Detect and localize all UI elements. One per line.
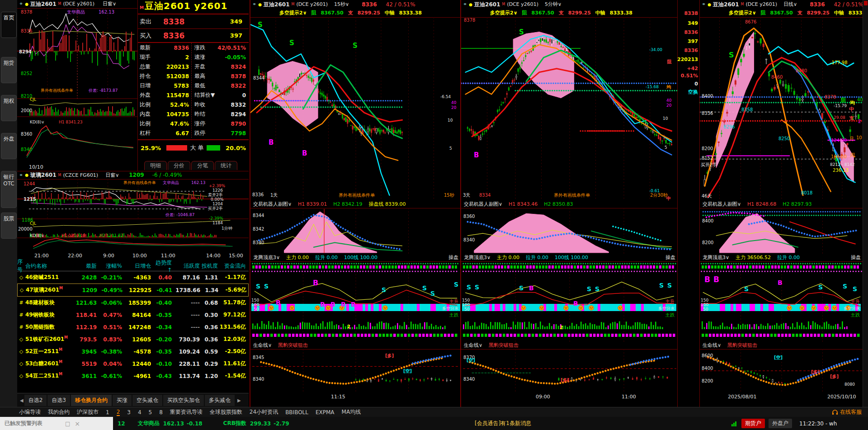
quote-row: 最高8378: [192, 71, 249, 81]
axis-time: 11:15: [331, 394, 345, 400]
restore-icon[interactable]: □: [65, 421, 70, 427]
col-header-1[interactable]: 合约名称: [25, 262, 73, 270]
sidebar-item-0[interactable]: 首页: [1, 12, 17, 38]
quote-tab-1[interactable]: 分价: [168, 161, 190, 170]
col-header-4[interactable]: 日增仓: [122, 262, 151, 270]
quote-tab-2[interactable]: 分笔: [191, 161, 214, 170]
period-dropdown[interactable]: 日线∨: [783, 0, 797, 9]
table-row[interactable]: #50黑链指数112.190.51%147248-0.34----0.36131…: [17, 321, 249, 333]
quote-tab-0[interactable]: 明细: [144, 161, 167, 170]
watchlist-tab-2[interactable]: 移仓换月合约: [71, 395, 112, 406]
watchlist-tab-6[interactable]: 多头减仓: [205, 395, 235, 406]
capital-flow: 11.61亿: [218, 360, 246, 368]
quote-label: 最高: [194, 72, 205, 80]
signal-part[interactable]: 多空提示2∨: [729, 9, 756, 17]
nav-item-8[interactable]: 8: [159, 409, 163, 416]
period-dropdown[interactable]: 5分钟∨: [545, 0, 561, 9]
col-header-0[interactable]: 序号: [17, 258, 25, 274]
quote-label: 最新: [140, 44, 151, 52]
col-header-7[interactable]: 投机度: [200, 262, 218, 270]
sell-row[interactable]: 卖出8338349: [138, 14, 249, 29]
chart-label: 8336: [21, 29, 32, 33]
period-dropdown[interactable]: 日窗∨: [103, 0, 116, 8]
tab-scroll-right-icon[interactable]: ▶: [237, 398, 241, 403]
signal-part[interactable]: 多空提示2∨: [279, 9, 307, 17]
nav-item-14[interactable]: MA均线: [342, 408, 361, 416]
capital-flow: 12.03亿: [218, 335, 246, 343]
sell-volume: 349: [230, 18, 242, 25]
chart-label: B: [341, 301, 346, 307]
table-row[interactable]: ◇53白糖2601M55190.04%12440-0.10228.110.291…: [17, 358, 249, 370]
life-header-part[interactable]: 生命线∨: [464, 342, 482, 349]
overseas-account-button[interactable]: 外盘户: [769, 419, 792, 428]
period-dropdown[interactable]: 日窗∨: [105, 171, 119, 179]
axis-time: 15:00: [229, 253, 243, 259]
sidebar-item-1[interactable]: 期货: [1, 57, 17, 83]
dragon-header-part[interactable]: 龙腾顶底3∨: [703, 254, 729, 261]
table-row[interactable]: #48建材板块121.63-0.06%185399-0.40----0.6851…: [17, 297, 249, 309]
robot-header-part[interactable]: 交易机器人副图∨: [253, 201, 292, 208]
watchlist-tab-3[interactable]: 买涨: [113, 395, 132, 406]
sidebar-item-2[interactable]: 期权: [1, 95, 17, 121]
dragon-header-part[interactable]: 龙腾顶底3∨: [253, 254, 280, 261]
nav-item-5[interactable]: 3: [127, 409, 131, 416]
sidebar-item-3[interactable]: 外盘: [1, 133, 17, 159]
chart-label: 236.13: [833, 168, 849, 173]
col-header-6[interactable]: 活跃度: [172, 262, 200, 270]
nav-item-3[interactable]: 1: [106, 409, 109, 416]
period-dropdown[interactable]: 15秒∨: [334, 0, 349, 9]
table-row[interactable]: ◇46烧碱25112428-0.21%-43630.4087.161.31-1.…: [17, 271, 249, 284]
signal-part: 阻: [311, 9, 316, 17]
buy-row[interactable]: 买入8336397: [138, 29, 249, 43]
life-header-part[interactable]: 生命线∨: [253, 342, 272, 349]
sidebar-item-5[interactable]: 股票: [1, 213, 17, 239]
open-interest-change: -4961: [122, 373, 151, 379]
watchlist-tab-1[interactable]: 自选3: [47, 395, 70, 406]
table-row[interactable]: ◇47玻璃2601M1209-0.49%122925-0.411738.661.…: [17, 284, 249, 297]
futures-account-button[interactable]: 期货户: [741, 419, 765, 428]
nav-item-1[interactable]: 我的合约: [48, 408, 70, 416]
watchlist-tab-4[interactable]: 空头减仓: [132, 395, 162, 406]
nav-item-4[interactable]: 2: [117, 409, 120, 416]
close-icon[interactable]: ×: [75, 420, 80, 427]
main-contract-badge: M: [741, 0, 744, 9]
nav-item-0[interactable]: 小编导读: [19, 408, 41, 416]
alert-popup[interactable]: 已触发预警列表 □ ×: [0, 417, 113, 430]
col-header-5[interactable]: 趋势度↑: [151, 259, 172, 273]
sidebar-item-4[interactable]: 银行OTC: [1, 171, 17, 208]
chart-canvas: [700, 261, 863, 342]
table-row[interactable]: ◇52豆一2511M3945-0.38%-4578-0.35109.240.59…: [17, 345, 249, 358]
nav-item-10[interactable]: 全球股票指数: [210, 408, 242, 416]
speculation: 1.20: [200, 373, 218, 379]
nav-item-9[interactable]: 重要资讯导读: [170, 408, 203, 416]
nav-item-13[interactable]: EXPMA: [316, 409, 335, 416]
robot-header-part[interactable]: 交易机器人副图∨: [464, 201, 502, 208]
col-header-2[interactable]: 最新: [73, 262, 97, 270]
quote-tab-3[interactable]: 统计: [215, 161, 237, 170]
tab-scroll-left-icon[interactable]: ◀: [20, 398, 24, 403]
strip-value: 0.51%: [681, 73, 698, 78]
watchlist-tab-5[interactable]: 买跌空头加仓: [163, 395, 204, 406]
nav-item-12[interactable]: BBIBOLL: [285, 409, 308, 416]
online-service-button[interactable]: 在线客服: [832, 408, 862, 416]
table-row[interactable]: ◇54豆二2511M3611-0.61%-4961-0.43113.741.20…: [17, 370, 249, 382]
member-notice[interactable]: [会员通告]有1条新消息: [475, 420, 531, 427]
table-row[interactable]: #49钢铁板块118.410.47%84164-0.35----0.3097.1…: [17, 309, 249, 321]
table-row[interactable]: ◇51铁矿石2601M793.50.83%12605-0.20730.390.3…: [17, 333, 249, 345]
watchlist-tab-0[interactable]: 自选2: [24, 395, 47, 406]
robot-header-part[interactable]: 交易机器人副图∨: [703, 201, 741, 208]
strip-value: 349: [688, 21, 698, 26]
left-panel: ⚭●豆油2601M(DCE y2601)日窗∨8378文华商品162.13833…: [17, 0, 249, 407]
nav-item-11[interactable]: 24小时资讯: [250, 408, 278, 416]
life-header-part[interactable]: 生命线∨: [703, 342, 721, 349]
nav-item-7[interactable]: 5: [149, 409, 152, 416]
col-header-8[interactable]: 资金流向: [218, 262, 246, 270]
quote-value: 8324: [231, 64, 246, 70]
signal-part[interactable]: 多空提示2∨: [490, 9, 518, 17]
dragon-header-part[interactable]: 龙腾顶底3∨: [464, 254, 491, 261]
nav-item-2[interactable]: 沪深股市: [77, 408, 99, 416]
col-header-3[interactable]: 涨幅%: [97, 262, 122, 270]
nav-item-6[interactable]: 4: [138, 409, 142, 416]
quote-value: 42/0.51%: [217, 45, 246, 51]
chart-label: 5: [665, 146, 667, 150]
